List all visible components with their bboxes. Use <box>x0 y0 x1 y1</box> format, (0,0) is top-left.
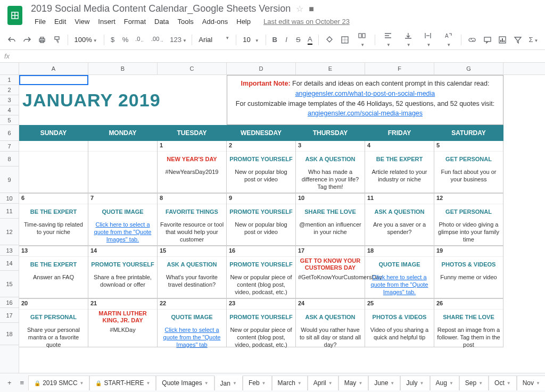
calendar-day[interactable]: 13BE THE EXPERTAnswer an FAQ <box>19 246 88 299</box>
day-description[interactable]: Click here to select a quote from the "Q… <box>365 272 434 298</box>
calendar-day[interactable]: 22QUOTE IMAGEClick here to select a quot… <box>158 299 227 347</box>
menu-tools[interactable]: Tools <box>174 15 197 28</box>
add-sheet-button[interactable]: + <box>3 376 16 390</box>
row-header[interactable]: 7 <box>0 141 19 152</box>
calendar-day[interactable]: 14PROMOTE YOURSELFShare a free printable… <box>88 246 158 299</box>
calendar-day[interactable] <box>19 141 88 194</box>
print-button[interactable] <box>35 33 49 46</box>
calendar-day[interactable]: 16PROMOTE YOURSELFNew or popular piece o… <box>227 246 296 299</box>
calendar-day[interactable]: 25PHOTOS & VIDEOSVideo of you sharing a … <box>365 299 434 347</box>
font-select[interactable]: Arial▼ <box>195 34 233 46</box>
row-header[interactable]: 14 <box>0 256 19 271</box>
calendar-day[interactable]: 15ASK A QUESTIONWhat's your favorite tra… <box>158 246 227 299</box>
calendar-day[interactable]: 6BE THE EXPERTTime-saving tip related to… <box>19 194 88 246</box>
col-header[interactable]: G <box>434 63 503 74</box>
strikethrough-button[interactable]: S <box>293 34 303 46</box>
menu-file[interactable]: File <box>31 15 49 28</box>
number-format-select[interactable]: 123▼ <box>167 34 188 46</box>
sheet-tab[interactable]: Quote Images▼ <box>156 376 214 390</box>
font-size-select[interactable]: 10▼ <box>240 34 262 46</box>
calendar-day[interactable]: 23PROMOTE YOURSELFNew or popular piece o… <box>227 299 296 347</box>
currency-button[interactable]: $ <box>108 34 118 46</box>
sheet-tab[interactable]: Jan▼ <box>214 376 243 390</box>
paint-format-button[interactable] <box>50 33 64 46</box>
insert-link-button[interactable] <box>465 33 479 46</box>
text-wrap-button[interactable]: ▼ <box>418 29 437 51</box>
undo-button[interactable] <box>4 33 19 46</box>
sheet-tab[interactable]: March▼ <box>272 376 308 390</box>
sheet-tab[interactable]: Nov▼ <box>517 376 545 390</box>
text-rotation-button[interactable]: A▼ <box>439 29 458 51</box>
select-all-corner[interactable] <box>0 63 19 75</box>
row-header[interactable]: 1 <box>0 75 19 85</box>
sheet-tab[interactable]: Feb▼ <box>243 376 272 390</box>
col-header[interactable]: F <box>365 63 434 74</box>
menu-edit[interactable]: Edit <box>51 15 70 28</box>
merge-cells-button[interactable]: ▼ <box>352 29 371 51</box>
calendar-day[interactable]: 26SHARE THE LOVERepost an image from a f… <box>434 299 503 347</box>
cells-area[interactable]: JANUARY 2019 Important Note: For details… <box>19 75 545 347</box>
calendar-day[interactable]: 17GET TO KNOW YOUR CUSTOMERS DAY#GetToKn… <box>296 246 365 299</box>
last-edit-link[interactable]: Last edit was on October 23 <box>260 15 353 28</box>
insert-comment-button[interactable] <box>480 33 494 46</box>
calendar-day[interactable]: 19PHOTOS & VIDEOSFunny meme or video <box>434 246 503 299</box>
bold-button[interactable]: B <box>269 34 280 46</box>
row-header[interactable]: 8 <box>0 152 19 166</box>
fill-color-button[interactable] <box>322 33 336 46</box>
menu-help[interactable]: Help <box>233 15 254 28</box>
col-header[interactable]: D <box>227 63 296 74</box>
zoom-select[interactable]: 100%▼ <box>71 34 101 46</box>
text-color-button[interactable]: A <box>304 33 315 47</box>
sheet-tab[interactable]: April▼ <box>308 376 338 390</box>
col-header[interactable]: A <box>19 63 88 74</box>
increase-decimal-button[interactable]: .00→ <box>148 34 166 46</box>
calendar-day[interactable]: 2PROMOTE YOURSELFNew or popular blog pos… <box>227 141 296 194</box>
borders-button[interactable] <box>337 33 352 46</box>
sheet-tab[interactable]: June▼ <box>368 376 400 390</box>
folder-icon[interactable]: ■ <box>309 4 314 14</box>
note-link1[interactable]: angiegensler.com/what-to-post-on-social-… <box>295 90 435 97</box>
row-header[interactable]: 5 <box>0 115 19 125</box>
calendar-day[interactable]: 21MARTIN LUTHER KING, JR. DAY#MLKDay <box>88 299 158 347</box>
row-header[interactable]: 17 <box>0 308 19 323</box>
calendar-day[interactable]: 3ASK A QUESTIONWho has made a difference… <box>296 141 365 194</box>
col-header[interactable]: E <box>296 63 365 74</box>
calendar-day[interactable]: 11ASK A QUESTIONAre you a saver or a spe… <box>365 194 434 246</box>
sheet-tab[interactable]: 🔒START-HERE▼ <box>89 376 156 390</box>
sheet-tab[interactable]: Aug▼ <box>430 376 459 390</box>
sheet-tab[interactable]: May▼ <box>338 376 369 390</box>
all-sheets-button[interactable]: ≡ <box>16 376 29 390</box>
row-header[interactable]: 6 <box>0 125 19 141</box>
day-description[interactable]: Click here to select a quote from the "Q… <box>88 219 157 246</box>
menu-data[interactable]: Data <box>151 15 172 28</box>
menu-view[interactable]: View <box>71 15 93 28</box>
calendar-day[interactable]: 10SHARE THE LOVE@mention an influencer i… <box>296 194 365 246</box>
menu-addons[interactable]: Add-ons <box>199 15 232 28</box>
row-header[interactable]: 16 <box>0 297 19 308</box>
calendar-day[interactable]: 12GET PERSONALPhoto or video giving a gl… <box>434 194 503 246</box>
italic-button[interactable]: I <box>281 34 292 46</box>
horizontal-align-button[interactable]: ▼ <box>378 29 398 51</box>
day-description[interactable]: Click here to select a quote from the "Q… <box>158 324 226 347</box>
row-header[interactable]: 18 <box>0 323 19 345</box>
calendar-day[interactable]: 20GET PERSONALShare your personal mantra… <box>19 299 88 347</box>
row-header[interactable]: 3 <box>0 95 19 105</box>
insert-chart-button[interactable] <box>495 33 509 46</box>
calendar-day[interactable]: 24ASK A QUESTIONWould you rather have to… <box>296 299 365 347</box>
formula-bar[interactable]: fx <box>0 50 545 63</box>
sheet-tab[interactable]: Sep▼ <box>459 376 489 390</box>
menu-insert[interactable]: Insert <box>94 15 119 28</box>
redo-button[interactable] <box>20 33 34 46</box>
row-header[interactable]: 10 <box>0 193 19 204</box>
filter-button[interactable] <box>510 33 525 46</box>
decrease-decimal-button[interactable]: .0← <box>132 34 147 46</box>
row-header[interactable]: 2 <box>0 85 19 95</box>
calendar-day[interactable]: 7QUOTE IMAGEClick here to select a quote… <box>88 194 158 246</box>
calendar-day[interactable]: 18QUOTE IMAGEClick here to select a quot… <box>365 246 434 299</box>
col-header[interactable]: B <box>88 63 158 74</box>
vertical-align-button[interactable]: ▼ <box>399 29 418 51</box>
calendar-day[interactable]: 4BE THE EXPERTArticle related to your in… <box>365 141 434 194</box>
row-header[interactable]: 9 <box>0 166 19 193</box>
row-header[interactable]: 11 <box>0 204 19 219</box>
sheet-tab[interactable]: July▼ <box>400 376 430 390</box>
